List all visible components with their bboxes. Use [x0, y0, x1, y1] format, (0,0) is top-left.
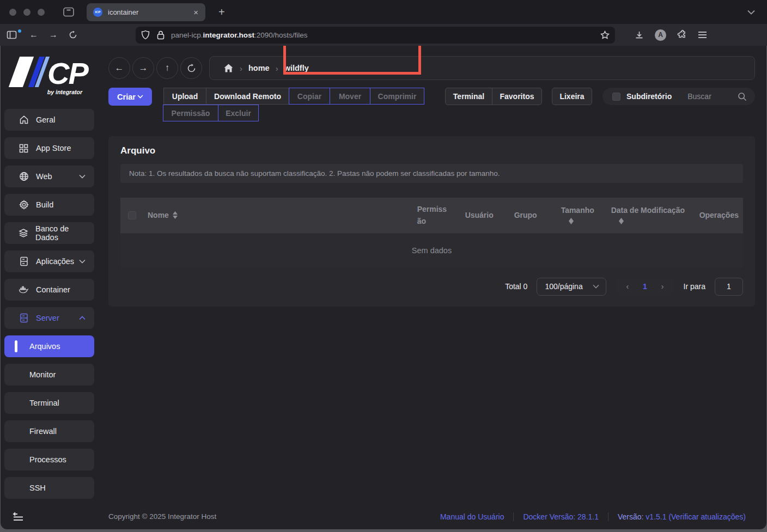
current-page[interactable]: 1	[636, 282, 654, 291]
files-up-button[interactable]: ↑	[156, 57, 178, 79]
lock-icon	[157, 30, 165, 40]
icp-logo: CP by integrator	[4, 56, 94, 97]
excluir-button[interactable]: Excluir	[218, 105, 259, 121]
column-tamanho[interactable]: Tamanho	[557, 206, 607, 224]
sidebar-item-monitor[interactable]: Monitor	[4, 364, 94, 386]
page-title: Arquivo	[120, 145, 743, 156]
home-icon[interactable]	[223, 63, 234, 73]
file-table: Nome Permissão Usuário Grupo Tamanho	[120, 198, 743, 267]
chevron-down-icon	[137, 95, 143, 99]
extensions-puzzle-icon[interactable]	[677, 30, 687, 40]
tab-close-icon[interactable]: ×	[192, 8, 200, 17]
sort-icon[interactable]	[569, 218, 602, 224]
favoritos-button[interactable]: Favoritos	[492, 88, 542, 105]
subdiretorio-label: Subdiretório	[626, 92, 672, 101]
tab-title: icontainer	[108, 8, 192, 16]
copiar-button[interactable]: Copiar	[289, 88, 330, 105]
menu-hamburger-icon[interactable]	[698, 31, 707, 39]
browser-tab-bar: ICP icontainer × +	[0, 0, 767, 24]
sidebar-toggle-icon[interactable]	[7, 30, 23, 39]
subdiretorio-checkbox[interactable]	[612, 93, 620, 101]
column-usuario: Usuário	[461, 211, 510, 219]
sidebar-item-container[interactable]: Container	[4, 279, 94, 301]
manual-link[interactable]: Manual do Usuário	[431, 512, 514, 521]
file-toolbar: Criar Upload Download Remoto Copiar Move…	[108, 88, 755, 121]
permissao-button[interactable]: Permissão	[163, 105, 218, 121]
next-page-button[interactable]: ›	[654, 282, 671, 291]
sort-icon[interactable]	[619, 218, 691, 224]
sidebar-item-banco-de-dados[interactable]: Banco de Dados	[4, 222, 94, 244]
column-grupo: Grupo	[510, 211, 557, 219]
main-content: ← → ↑ › home › wildfly Criar	[100, 46, 766, 529]
bookmark-star-icon[interactable]	[600, 30, 610, 39]
tab-favicon-icon: ICP	[93, 8, 102, 17]
app-version[interactable]: Versão: v1.5.1 (Verificar atualizações)	[608, 512, 755, 521]
new-tab-button[interactable]: +	[214, 5, 229, 20]
search-input[interactable]: Buscar	[687, 92, 738, 101]
copyright-text: Copyright © 2025 Integrator Host	[108, 512, 216, 521]
file-nav-row: ← → ↑ › home › wildfly	[108, 56, 755, 80]
tab-drawer-icon[interactable]	[63, 7, 75, 17]
chevron-down-icon	[79, 174, 86, 179]
sidebar-item-app-store[interactable]: App Store	[4, 137, 94, 159]
lixeira-button[interactable]: Lixeira	[552, 88, 592, 105]
back-button[interactable]: ←	[26, 30, 42, 40]
mover-button[interactable]: Mover	[330, 88, 370, 105]
download-remoto-button[interactable]: Download Remoto	[206, 88, 289, 105]
sidebar-item-processos[interactable]: Processos	[4, 449, 94, 470]
column-data-modificacao[interactable]: Data de Modificação	[607, 206, 695, 224]
downloads-icon[interactable]	[635, 30, 644, 40]
tab-list-chevron-icon[interactable]	[747, 10, 755, 15]
sidebar-item-aplicacoes[interactable]: Aplicações	[4, 250, 94, 272]
note-banner: Nota: 1. Os resultados da busca não supo…	[120, 164, 743, 183]
column-operacoes: Operações	[695, 211, 743, 219]
select-all-checkbox[interactable]	[128, 211, 136, 219]
breadcrumb-wildfly[interactable]: wildfly	[284, 64, 309, 72]
breadcrumb-separator: ›	[276, 64, 278, 73]
breadcrumb-home[interactable]: home	[248, 64, 270, 72]
sidebar-item-arquivos[interactable]: Arquivos	[4, 335, 94, 357]
upload-button[interactable]: Upload	[163, 88, 206, 105]
sidebar-item-firewall[interactable]: Firewall	[4, 420, 94, 442]
sidebar-item-build[interactable]: Build	[4, 194, 94, 216]
files-forward-button[interactable]: →	[132, 57, 154, 79]
sort-icon[interactable]	[173, 211, 178, 219]
layers-icon	[19, 228, 28, 239]
sidebar-item-web[interactable]: Web	[4, 166, 94, 187]
sidebar-item-geral[interactable]: Geral	[4, 109, 94, 131]
breadcrumb: › home › wildfly	[209, 56, 755, 80]
total-count: Total 0	[505, 282, 527, 291]
search-bar[interactable]: Subdiretório Buscar	[602, 88, 755, 105]
criar-button[interactable]: Criar	[108, 88, 152, 106]
column-nome[interactable]: Nome	[143, 211, 413, 219]
app-server-icon	[19, 256, 29, 267]
url-bar[interactable]: panel-icp.integrator.host:2090/hosts/fil…	[136, 27, 615, 44]
server-icon	[19, 313, 29, 323]
browser-tab[interactable]: ICP icontainer ×	[87, 3, 205, 21]
search-icon[interactable]	[738, 92, 747, 101]
reload-button[interactable]	[65, 30, 81, 39]
forward-button[interactable]: →	[45, 30, 62, 40]
sidebar-item-server[interactable]: Server	[4, 307, 94, 329]
empty-state: Sem dados	[120, 233, 743, 267]
terminal-button[interactable]: Terminal	[445, 88, 492, 105]
url-text: panel-icp.integrator.host:2090/hosts/fil…	[171, 31, 600, 39]
docker-icon	[19, 285, 29, 295]
docker-version[interactable]: Docker Versão: 28.1.1	[513, 512, 608, 521]
files-back-button[interactable]: ←	[108, 57, 130, 79]
collapse-sidebar-icon[interactable]	[12, 512, 94, 522]
grid-icon	[19, 143, 29, 154]
globe-icon	[19, 172, 29, 182]
page-size-select[interactable]: 100/página	[537, 278, 606, 296]
shield-icon	[141, 30, 150, 40]
chevron-down-icon	[593, 284, 599, 289]
sidebar-item-terminal[interactable]: Terminal	[4, 392, 94, 414]
account-avatar[interactable]: A	[655, 29, 666, 41]
comprimir-button[interactable]: Comprimir	[370, 88, 424, 105]
sidebar-item-ssh[interactable]: SSH	[4, 477, 94, 499]
prev-page-button[interactable]: ‹	[619, 282, 636, 291]
goto-page-input[interactable]: 1	[715, 278, 743, 296]
files-refresh-button[interactable]	[180, 57, 202, 79]
file-list-card: Arquivo Nota: 1. Os resultados da busca …	[108, 136, 755, 307]
window-controls[interactable]	[9, 9, 45, 16]
